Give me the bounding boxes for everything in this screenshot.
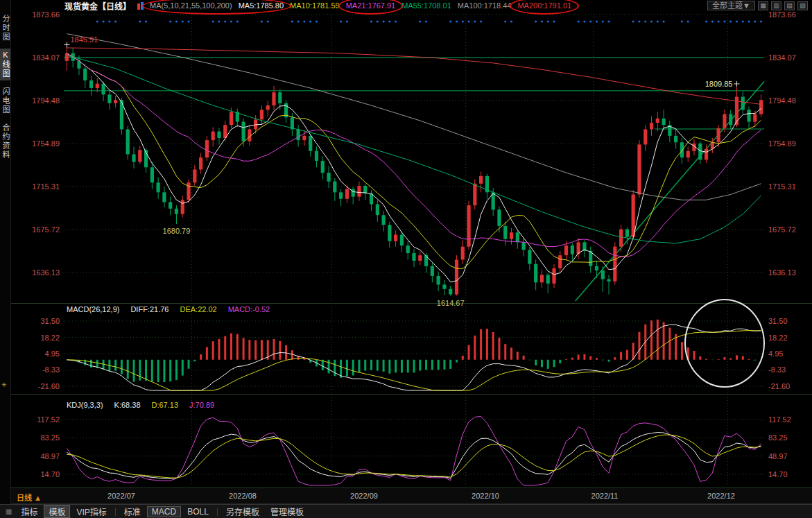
news-marker-dot[interactable] xyxy=(662,20,664,22)
news-marker-dot[interactable] xyxy=(425,20,427,22)
news-marker-dot[interactable] xyxy=(102,20,104,22)
news-marker-dot[interactable] xyxy=(377,20,379,22)
news-marker-dot[interactable] xyxy=(742,20,744,22)
panel-settings-icon[interactable]: ✳ xyxy=(1,381,7,388)
news-marker-dot[interactable] xyxy=(681,20,683,22)
news-marker-dot[interactable] xyxy=(182,20,184,22)
news-marker-dot[interactable] xyxy=(187,20,189,22)
news-marker-dot[interactable] xyxy=(370,20,372,22)
tab-boll[interactable]: BOLL xyxy=(182,506,214,517)
sidebar-tab-flash[interactable]: 闪电图 xyxy=(0,85,10,116)
news-marker-dot[interactable] xyxy=(535,20,537,22)
news-marker-dot[interactable] xyxy=(589,20,591,22)
news-marker-dot[interactable] xyxy=(705,20,707,22)
news-marker-dot[interactable] xyxy=(474,20,476,22)
layout-rows-icon[interactable]: ▤ xyxy=(784,1,795,10)
news-marker-dot[interactable] xyxy=(382,20,384,22)
news-marker-dot[interactable] xyxy=(449,20,451,22)
news-marker-dot[interactable] xyxy=(419,20,421,22)
news-marker-dot[interactable] xyxy=(340,20,342,22)
candle xyxy=(394,234,397,241)
period-selector[interactable]: 日线 ▲ xyxy=(17,492,42,503)
toolbar-divider xyxy=(115,508,116,516)
tab-standard[interactable]: 标准 xyxy=(119,505,146,518)
news-marker-dot[interactable] xyxy=(638,20,640,22)
news-marker-dot[interactable] xyxy=(657,20,659,22)
news-marker-dot[interactable] xyxy=(96,20,98,22)
news-marker-dot[interactable] xyxy=(139,20,141,22)
news-marker-dot[interactable] xyxy=(388,20,390,22)
news-marker-dot[interactable] xyxy=(547,20,549,22)
news-marker-dot[interactable] xyxy=(596,20,598,22)
news-marker-dot[interactable] xyxy=(467,20,469,22)
news-marker-dot[interactable] xyxy=(108,20,110,22)
news-marker-dot[interactable] xyxy=(114,20,116,22)
news-marker-dot[interactable] xyxy=(291,20,293,22)
news-marker-dot[interactable] xyxy=(754,20,756,22)
grid-icon[interactable]: ▦ xyxy=(3,508,15,515)
news-marker-dot[interactable] xyxy=(583,20,585,22)
tab-save-template[interactable]: 另存模板 xyxy=(221,505,264,518)
news-marker-dot[interactable] xyxy=(309,20,311,22)
kdj-k-line xyxy=(67,433,761,479)
news-marker-dot[interactable] xyxy=(297,20,300,22)
news-marker-dot[interactable] xyxy=(687,20,689,22)
news-marker-dot[interactable] xyxy=(632,20,634,22)
news-marker-dot[interactable] xyxy=(718,20,720,22)
news-marker-dot[interactable] xyxy=(212,20,214,22)
news-marker-dot[interactable] xyxy=(607,20,610,22)
news-marker-dot[interactable] xyxy=(303,20,305,22)
tab-template[interactable]: 模板 xyxy=(44,505,70,518)
news-marker-dot[interactable] xyxy=(218,20,220,22)
news-marker-dot[interactable] xyxy=(729,20,732,22)
news-marker-dot[interactable] xyxy=(480,20,482,22)
candle xyxy=(345,189,349,199)
news-marker-dot[interactable] xyxy=(510,20,512,22)
candle xyxy=(467,205,470,247)
news-marker-dot[interactable] xyxy=(553,20,555,22)
chart-canvas[interactable]: 1873.661873.661834.071834.071794.481794.… xyxy=(11,11,812,487)
news-marker-dot[interactable] xyxy=(267,20,269,22)
tab-indicator[interactable]: 指标 xyxy=(16,505,42,518)
news-marker-dot[interactable] xyxy=(723,20,725,22)
tab-vip-indicator[interactable]: VIP指标 xyxy=(71,505,111,518)
layout-cascade-icon[interactable]: ▧ xyxy=(797,1,808,10)
news-marker-dot[interactable] xyxy=(261,20,263,22)
candle xyxy=(503,226,507,239)
news-marker-dot[interactable] xyxy=(169,20,171,22)
news-marker-dot[interactable] xyxy=(462,20,464,22)
news-marker-dot[interactable] xyxy=(748,20,750,22)
news-marker-dot[interactable] xyxy=(760,20,762,22)
axis-tick-label: 117.52 xyxy=(768,415,791,424)
news-marker-dot[interactable] xyxy=(711,20,714,22)
news-marker-dot[interactable] xyxy=(236,20,239,22)
ma5-line xyxy=(67,53,761,282)
news-marker-dot[interactable] xyxy=(230,20,232,22)
tab-macd[interactable]: MACD xyxy=(147,506,181,517)
news-marker-dot[interactable] xyxy=(602,20,604,22)
sidebar-tab-contract-info[interactable]: 合约资料 xyxy=(0,121,10,162)
news-marker-dot[interactable] xyxy=(346,20,348,22)
news-marker-dot[interactable] xyxy=(145,20,147,22)
news-marker-dot[interactable] xyxy=(395,20,397,22)
sidebar-tab-kline[interactable]: K线图 xyxy=(0,49,10,80)
layout-grid-icon[interactable]: ▦ xyxy=(758,1,768,10)
news-marker-dot[interactable] xyxy=(650,20,653,22)
news-marker-dot[interactable] xyxy=(578,20,580,22)
tab-manage-template[interactable]: 管理模板 xyxy=(266,505,309,518)
candle xyxy=(339,192,343,198)
news-marker-dot[interactable] xyxy=(736,20,738,22)
news-marker-dot[interactable] xyxy=(175,20,178,22)
sidebar-tab-timeshare[interactable]: 分时图 xyxy=(0,12,10,44)
layout-columns-icon[interactable]: ▥ xyxy=(771,1,781,10)
news-marker-dot[interactable] xyxy=(456,20,458,22)
news-marker-dot[interactable] xyxy=(504,20,506,22)
theme-selector-button[interactable]: 全部主题▼ xyxy=(707,1,755,10)
news-marker-dot[interactable] xyxy=(644,20,646,22)
candle xyxy=(327,173,330,182)
kdj-title: KDJ(9,3,3) xyxy=(67,401,103,409)
news-marker-dot[interactable] xyxy=(541,20,543,22)
bottom-toolbar: ▦ 指标 模板 VIP指标 标准 MACD BOLL 另存模板 管理模板 xyxy=(0,504,812,518)
news-marker-dot[interactable] xyxy=(316,20,318,22)
news-marker-dot[interactable] xyxy=(224,20,226,22)
